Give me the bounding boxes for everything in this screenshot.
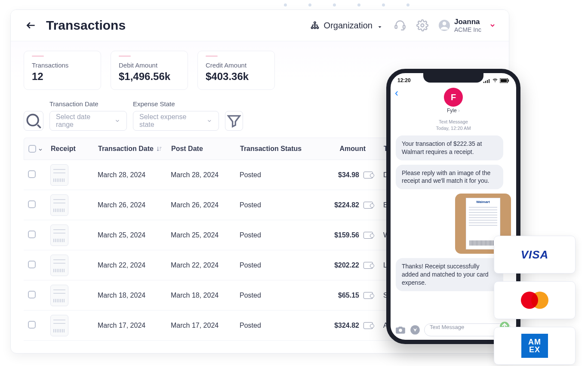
header-icons: Joanna ACME Inc bbox=[394, 18, 496, 33]
select-placeholder: Select date range bbox=[56, 113, 109, 129]
post-date-cell: March 28, 2024 bbox=[167, 171, 236, 179]
header-select-all[interactable] bbox=[24, 145, 47, 153]
amount-cell: $65.15 bbox=[314, 292, 378, 299]
stat-value: 12 bbox=[32, 71, 93, 83]
stat-transactions: Transactions 12 bbox=[24, 51, 101, 90]
post-date-cell: March 25, 2024 bbox=[167, 231, 236, 239]
gear-icon[interactable] bbox=[416, 19, 428, 31]
receipt-cell bbox=[47, 285, 94, 306]
receipt-cell bbox=[47, 164, 94, 186]
battery-icon bbox=[500, 78, 509, 83]
org-icon bbox=[310, 21, 320, 30]
stat-label: Credit Amount bbox=[206, 62, 267, 69]
transaction-date-cell: March 28, 2024 bbox=[94, 171, 167, 179]
avatar-icon bbox=[439, 20, 450, 31]
status-icons bbox=[483, 78, 509, 83]
camera-icon[interactable] bbox=[395, 324, 406, 335]
post-date-cell: March 26, 2024 bbox=[167, 201, 236, 209]
receipt-thumbnail[interactable] bbox=[50, 225, 68, 246]
transaction-date-cell: March 25, 2024 bbox=[94, 231, 167, 239]
receipt-thumbnail[interactable] bbox=[50, 194, 68, 216]
user-text: Joanna ACME Inc bbox=[454, 18, 481, 33]
date-range-select[interactable]: Select date range bbox=[49, 111, 127, 131]
receipt-thumbnail[interactable] bbox=[50, 164, 68, 186]
card-icon bbox=[363, 232, 373, 239]
svg-rect-10 bbox=[485, 81, 486, 83]
caret-down-icon bbox=[377, 22, 383, 28]
message-meta: Text Message Today, 12:20 AM bbox=[396, 119, 511, 132]
card-icon bbox=[363, 292, 373, 299]
svg-rect-14 bbox=[501, 79, 507, 82]
app-header: Transactions Organization Joanna bbox=[11, 10, 509, 41]
chevron-down-icon bbox=[206, 118, 212, 124]
transaction-date-cell: March 17, 2024 bbox=[94, 322, 167, 329]
transaction-date-cell: March 18, 2024 bbox=[94, 292, 167, 299]
post-date-cell: March 18, 2024 bbox=[167, 292, 236, 299]
svg-point-1 bbox=[311, 27, 313, 28]
receipt-thumbnail[interactable] bbox=[50, 255, 68, 276]
th-amount[interactable]: Amount bbox=[314, 145, 379, 153]
filter-label: Transaction Date bbox=[49, 100, 127, 108]
card-icon bbox=[363, 202, 373, 209]
th-transaction-date[interactable]: Transaction Date bbox=[95, 145, 168, 153]
svg-point-7 bbox=[443, 22, 446, 25]
status-cell: Posted bbox=[236, 322, 314, 329]
checkbox[interactable] bbox=[28, 170, 36, 178]
wifi-icon bbox=[492, 78, 498, 83]
checkbox[interactable] bbox=[28, 200, 36, 208]
back-button[interactable] bbox=[24, 20, 38, 31]
receipt-merchant: Walmart bbox=[466, 200, 500, 204]
stat-debit: Debit Amount $1,496.56k bbox=[111, 51, 188, 90]
transaction-date-cell: March 26, 2024 bbox=[94, 201, 167, 209]
receipt-cell bbox=[47, 255, 94, 276]
svg-point-6 bbox=[421, 24, 424, 27]
stat-label: Transactions bbox=[32, 62, 93, 69]
receipt-cell bbox=[47, 315, 94, 336]
back-chevron-icon[interactable]: ‹ bbox=[395, 87, 398, 99]
receipt-cell bbox=[47, 225, 94, 246]
card-icon bbox=[363, 172, 373, 178]
transaction-date-cell: March 22, 2024 bbox=[94, 261, 167, 269]
stat-credit: Credit Amount $403.36k bbox=[197, 51, 275, 90]
status-cell: Posted bbox=[236, 231, 314, 239]
checkbox[interactable] bbox=[28, 291, 36, 298]
checkbox[interactable] bbox=[28, 321, 36, 329]
page-title: Transactions bbox=[46, 18, 310, 33]
stat-value: $403.36k bbox=[206, 71, 267, 83]
select-placeholder: Select expense state bbox=[139, 113, 201, 129]
svg-point-16 bbox=[399, 329, 402, 332]
checkbox[interactable] bbox=[28, 231, 36, 238]
expense-state-select[interactable]: Select expense state bbox=[133, 111, 219, 131]
user-name: Joanna bbox=[454, 18, 481, 26]
search-button[interactable] bbox=[24, 111, 43, 131]
svg-rect-9 bbox=[483, 82, 484, 83]
card-visa: VISA bbox=[494, 236, 576, 274]
th-post-date[interactable]: Post Date bbox=[168, 145, 237, 153]
phone-notch bbox=[423, 73, 483, 83]
post-date-cell: March 22, 2024 bbox=[167, 261, 236, 269]
user-company: ACME Inc bbox=[454, 26, 481, 33]
checkbox[interactable] bbox=[28, 145, 36, 153]
svg-rect-12 bbox=[489, 79, 489, 83]
visa-logo: VISA bbox=[521, 248, 549, 261]
th-status[interactable]: Transaction Status bbox=[237, 145, 314, 153]
status-cell: Posted bbox=[236, 201, 314, 209]
svg-rect-11 bbox=[487, 80, 488, 83]
svg-point-0 bbox=[314, 22, 316, 24]
post-date-cell: March 17, 2024 bbox=[167, 322, 236, 329]
row-checkbox-cell bbox=[24, 170, 47, 180]
app-avatar: F bbox=[444, 88, 463, 107]
svg-rect-5 bbox=[403, 25, 405, 28]
apps-icon[interactable] bbox=[409, 324, 421, 335]
receipt-thumbnail[interactable] bbox=[50, 285, 68, 306]
support-icon[interactable] bbox=[394, 19, 406, 31]
org-switcher[interactable]: Organization bbox=[310, 21, 383, 31]
receipt-thumbnail[interactable] bbox=[50, 315, 68, 336]
th-receipt[interactable]: Receipt bbox=[47, 145, 95, 153]
signal-icon bbox=[483, 78, 490, 83]
user-menu[interactable]: Joanna ACME Inc bbox=[439, 18, 496, 33]
svg-rect-4 bbox=[395, 25, 397, 28]
filter-button[interactable] bbox=[225, 111, 243, 131]
checkbox[interactable] bbox=[28, 261, 36, 268]
card-icon bbox=[363, 322, 373, 329]
